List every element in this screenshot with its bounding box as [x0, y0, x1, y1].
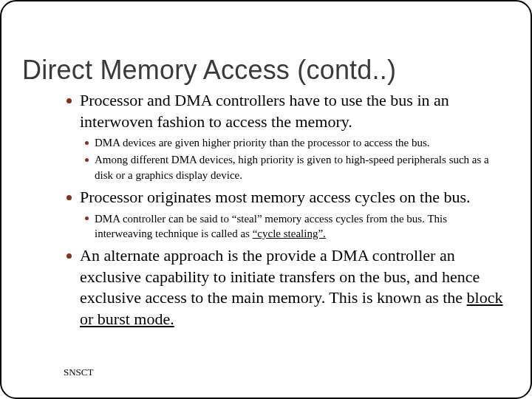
bullet-3: An alternate approach is the provide a D… — [80, 245, 504, 330]
bullet-2: Processor originates most memory access … — [80, 187, 504, 241]
slide-frame: Direct Memory Access (contd..) Processor… — [0, 0, 532, 399]
bullet-1a-text: DMA devices are given higher priority th… — [95, 137, 430, 149]
bullet-1: Processor and DMA controllers have to us… — [80, 90, 504, 183]
bullet-list: Processor and DMA controllers have to us… — [80, 90, 504, 330]
footer-label: SNSCT — [64, 366, 93, 378]
bullet-2a: DMA controller can be said to “steal” me… — [95, 211, 501, 242]
bullet-2-text: Processor originates most memory access … — [80, 188, 470, 206]
bullet-1-sublist: DMA devices are given higher priority th… — [95, 135, 501, 183]
bullet-3-pre: An alternate approach is the provide a D… — [80, 246, 480, 307]
slide-title: Direct Memory Access (contd..) — [22, 55, 514, 86]
bullet-1-text: Processor and DMA controllers have to us… — [80, 91, 449, 131]
bullet-2a-underline: “cycle stealing”. — [253, 228, 326, 239]
bullet-2-sublist: DMA controller can be said to “steal” me… — [95, 211, 501, 242]
bullet-1b-text: Among different DMA devices, high priori… — [95, 154, 489, 180]
bullet-1b: Among different DMA devices, high priori… — [95, 152, 501, 183]
bullet-1a: DMA devices are given higher priority th… — [95, 135, 501, 150]
